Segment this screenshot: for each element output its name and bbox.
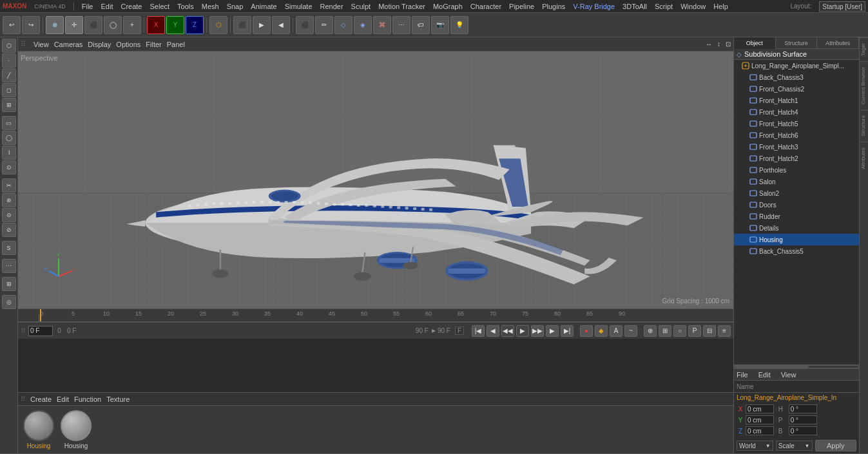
playhead[interactable] xyxy=(40,309,41,321)
menu-select[interactable]: Select xyxy=(149,3,169,10)
select-lasso-btn[interactable]: ⌇ xyxy=(2,146,16,160)
x-constraint-btn[interactable]: X xyxy=(147,16,165,34)
vert-tab-attributes[interactable]: Attributes xyxy=(860,142,868,175)
vp-nav-icon3[interactable]: ⊡ xyxy=(726,41,731,48)
obj-details[interactable]: Details xyxy=(734,222,859,234)
obj-back-chassis3[interactable]: Back_Chassis3 xyxy=(734,71,859,83)
menu-motion-tracker[interactable]: Motion Tracker xyxy=(378,3,425,10)
object-btn[interactable]: ⬡ xyxy=(209,16,227,34)
world-dropdown[interactable]: World ▼ xyxy=(737,440,773,451)
h-rot-input[interactable] xyxy=(789,404,817,413)
goto-start-btn[interactable]: |◀ xyxy=(472,325,485,337)
timeline-extra2[interactable]: ⊞ xyxy=(659,325,671,337)
poly-mode-btn[interactable]: ◻ xyxy=(2,83,16,97)
effector-btn[interactable]: ⋯ xyxy=(392,16,410,34)
tab-structure[interactable]: Structure xyxy=(776,37,818,49)
timeline-extra3[interactable]: ○ xyxy=(673,325,686,337)
menu-mesh[interactable]: Mesh xyxy=(202,3,219,10)
menu-snap[interactable]: Snap xyxy=(227,3,244,10)
play-reverse-btn[interactable]: ◀◀ xyxy=(501,325,514,337)
obj-back-chassis5[interactable]: Back_Chassis5 xyxy=(734,245,859,257)
move-tool-btn[interactable]: ✛ xyxy=(65,16,83,34)
tab-attributes[interactable]: Attributes xyxy=(817,37,859,49)
obj-front-hatch4[interactable]: Front_Hatch4 xyxy=(734,106,859,118)
subdiv-btn[interactable]: ◇ xyxy=(334,16,352,34)
menu-animate[interactable]: Animate xyxy=(251,3,276,10)
vp-options-menu[interactable]: Options xyxy=(116,41,140,48)
y-pos-input[interactable] xyxy=(746,415,774,424)
menu-help[interactable]: Help xyxy=(713,3,728,10)
menu-tools[interactable]: Tools xyxy=(177,3,194,10)
scale-dropdown[interactable]: Scale ▼ xyxy=(776,440,813,451)
current-frame-input[interactable] xyxy=(28,326,53,336)
apply-button[interactable]: Apply xyxy=(815,440,856,451)
vp-display-menu[interactable]: Display xyxy=(88,41,111,48)
vp-cameras-menu[interactable]: Cameras xyxy=(54,41,83,48)
vp-filter-menu[interactable]: Filter xyxy=(146,41,161,48)
tag-btn[interactable]: 🏷 xyxy=(412,16,430,34)
anim-del-btn[interactable]: ◀ xyxy=(272,16,290,34)
vp-nav-icon1[interactable]: ↔ xyxy=(706,41,712,48)
mat-edit-menu[interactable]: Edit xyxy=(57,395,69,403)
obj-housing[interactable]: Housing xyxy=(734,234,859,245)
attr-file-menu[interactable]: File xyxy=(737,371,748,379)
menu-mograph[interactable]: MoGraph xyxy=(433,3,463,10)
select-circle-btn[interactable]: ◯ xyxy=(2,131,16,145)
menu-edit[interactable]: Edit xyxy=(101,3,113,10)
uv-mode-btn[interactable]: ⊞ xyxy=(2,98,16,112)
obj-salon[interactable]: Salon xyxy=(734,176,859,187)
light-btn[interactable]: 💡 xyxy=(450,16,468,34)
obj-front-hatch2[interactable]: Front_Hatch2 xyxy=(734,153,859,164)
object-list[interactable]: Long_Range_Airoplane_Simpl... Back_Chass… xyxy=(734,60,859,364)
vert-tab-tager[interactable]: Tager xyxy=(860,37,868,61)
character-tool-btn[interactable]: ◎ xyxy=(2,295,16,309)
y-constraint-btn[interactable]: Y xyxy=(166,16,184,34)
rotate-tool-btn[interactable]: ◯ xyxy=(104,16,122,34)
vp-panel-menu[interactable]: Panel xyxy=(167,41,185,48)
cube-btn[interactable]: ⬛ xyxy=(296,16,314,34)
goto-end-btn[interactable]: ▶| xyxy=(561,325,574,337)
timeline-extra5[interactable]: ⊟ xyxy=(703,325,716,337)
z-constraint-btn[interactable]: Z xyxy=(186,16,204,34)
timeline-track-area[interactable] xyxy=(18,339,733,392)
step-back-btn[interactable]: ◀ xyxy=(487,325,499,337)
deform-btn[interactable]: ◈ xyxy=(354,16,372,34)
undo-btn[interactable]: ↩ xyxy=(3,16,21,34)
menu-create[interactable]: Create xyxy=(121,3,142,10)
point-mode-btn[interactable]: · xyxy=(2,53,16,68)
vp-nav-icon2[interactable]: ↕ xyxy=(717,41,720,48)
z-pos-input[interactable] xyxy=(746,426,774,435)
menu-vray[interactable]: V-Ray Bridge xyxy=(573,3,615,10)
menu-script[interactable]: Script xyxy=(655,3,673,10)
obj-front-chassis2[interactable]: Front_Chassis2 xyxy=(734,83,859,95)
attr-view-menu[interactable]: View xyxy=(781,371,796,379)
menu-render[interactable]: Render xyxy=(320,3,343,10)
selection-tool-btn[interactable]: ⊕ xyxy=(46,16,64,34)
record-btn[interactable]: ● xyxy=(580,325,593,337)
timeline-extra4[interactable]: P xyxy=(688,325,701,337)
obj-front-hatch3[interactable]: Front_Hatch3 xyxy=(734,141,859,153)
mat-texture-menu[interactable]: Texture xyxy=(106,395,130,403)
magnet-btn[interactable]: ⊝ xyxy=(2,208,16,222)
obj-mode-btn[interactable]: ⬡ xyxy=(2,39,16,53)
plus-tool-btn[interactable]: + xyxy=(123,16,141,34)
material-item-1[interactable]: Housing xyxy=(23,410,54,449)
menu-character[interactable]: Character xyxy=(470,3,501,10)
scale-tool-btn[interactable]: ⬛ xyxy=(84,16,102,34)
mat-function-menu[interactable]: Function xyxy=(74,395,101,403)
mat-create-menu[interactable]: Create xyxy=(30,395,52,403)
knife-btn[interactable]: ✂ xyxy=(2,178,16,193)
obj-rudder[interactable]: Rudder xyxy=(734,211,859,222)
anim-record-btn[interactable]: ⬛ xyxy=(233,16,251,34)
b-rot-input[interactable] xyxy=(789,426,817,435)
bend-btn[interactable]: ⊘ xyxy=(2,223,16,237)
step-forward-btn[interactable]: ▶ xyxy=(546,325,559,337)
keyframe-btn[interactable]: ◆ xyxy=(595,325,608,337)
material-paint-btn[interactable]: ⊞ xyxy=(2,277,16,291)
auto-key-btn[interactable]: A xyxy=(610,325,622,337)
anim-key-btn[interactable]: ▶ xyxy=(253,16,271,34)
menu-simulate[interactable]: Simulate xyxy=(285,3,313,10)
field-btn[interactable]: ⌘ xyxy=(373,16,391,34)
pen-btn[interactable]: ✏ xyxy=(315,16,333,34)
live-select-btn[interactable]: ⊙ xyxy=(2,160,16,175)
